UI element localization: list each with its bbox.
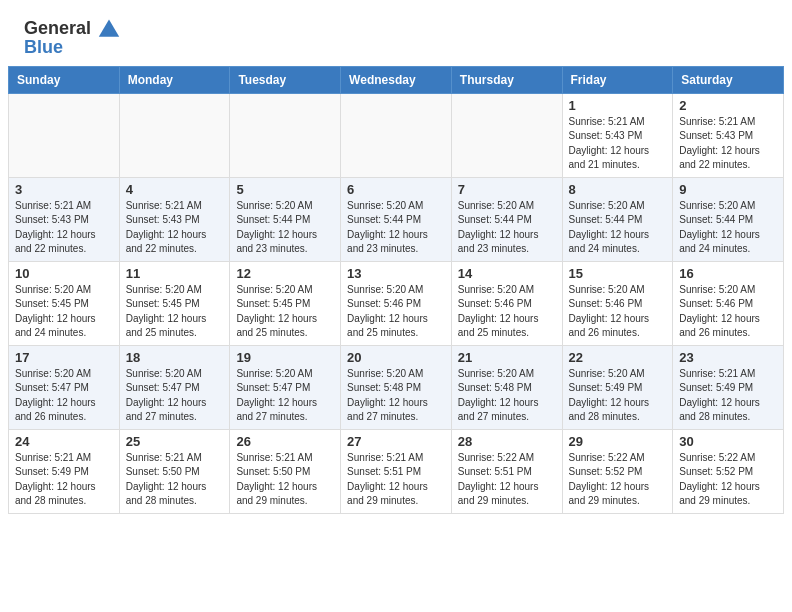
logo-general: General <box>24 18 91 38</box>
day-number: 11 <box>126 266 224 281</box>
calendar-cell: 23Sunrise: 5:21 AM Sunset: 5:49 PM Dayli… <box>673 345 784 429</box>
calendar-cell: 26Sunrise: 5:21 AM Sunset: 5:50 PM Dayli… <box>230 429 341 513</box>
day-info: Sunrise: 5:20 AM Sunset: 5:45 PM Dayligh… <box>126 283 224 341</box>
day-info: Sunrise: 5:21 AM Sunset: 5:43 PM Dayligh… <box>569 115 667 173</box>
day-info: Sunrise: 5:21 AM Sunset: 5:50 PM Dayligh… <box>126 451 224 509</box>
day-number: 6 <box>347 182 445 197</box>
calendar-cell: 1Sunrise: 5:21 AM Sunset: 5:43 PM Daylig… <box>562 93 673 177</box>
day-number: 13 <box>347 266 445 281</box>
calendar-header-monday: Monday <box>119 66 230 93</box>
calendar-cell: 22Sunrise: 5:20 AM Sunset: 5:49 PM Dayli… <box>562 345 673 429</box>
calendar-cell: 27Sunrise: 5:21 AM Sunset: 5:51 PM Dayli… <box>341 429 452 513</box>
calendar-week-1: 3Sunrise: 5:21 AM Sunset: 5:43 PM Daylig… <box>9 177 784 261</box>
calendar-cell: 11Sunrise: 5:20 AM Sunset: 5:45 PM Dayli… <box>119 261 230 345</box>
day-number: 30 <box>679 434 777 449</box>
day-number: 9 <box>679 182 777 197</box>
day-info: Sunrise: 5:20 AM Sunset: 5:49 PM Dayligh… <box>569 367 667 425</box>
day-info: Sunrise: 5:22 AM Sunset: 5:52 PM Dayligh… <box>679 451 777 509</box>
calendar-cell: 17Sunrise: 5:20 AM Sunset: 5:47 PM Dayli… <box>9 345 120 429</box>
day-info: Sunrise: 5:21 AM Sunset: 5:51 PM Dayligh… <box>347 451 445 509</box>
calendar-week-4: 24Sunrise: 5:21 AM Sunset: 5:49 PM Dayli… <box>9 429 784 513</box>
day-info: Sunrise: 5:20 AM Sunset: 5:47 PM Dayligh… <box>236 367 334 425</box>
day-info: Sunrise: 5:20 AM Sunset: 5:44 PM Dayligh… <box>236 199 334 257</box>
day-number: 21 <box>458 350 556 365</box>
calendar-cell: 9Sunrise: 5:20 AM Sunset: 5:44 PM Daylig… <box>673 177 784 261</box>
calendar-cell: 4Sunrise: 5:21 AM Sunset: 5:43 PM Daylig… <box>119 177 230 261</box>
calendar-cell: 5Sunrise: 5:20 AM Sunset: 5:44 PM Daylig… <box>230 177 341 261</box>
page: General Blue SundayMondayTuesdayWednesda… <box>0 0 792 612</box>
day-number: 16 <box>679 266 777 281</box>
day-number: 20 <box>347 350 445 365</box>
day-info: Sunrise: 5:21 AM Sunset: 5:43 PM Dayligh… <box>126 199 224 257</box>
day-number: 2 <box>679 98 777 113</box>
day-number: 23 <box>679 350 777 365</box>
calendar-cell: 6Sunrise: 5:20 AM Sunset: 5:44 PM Daylig… <box>341 177 452 261</box>
calendar-cell: 8Sunrise: 5:20 AM Sunset: 5:44 PM Daylig… <box>562 177 673 261</box>
day-info: Sunrise: 5:20 AM Sunset: 5:47 PM Dayligh… <box>15 367 113 425</box>
day-number: 1 <box>569 98 667 113</box>
calendar-cell: 10Sunrise: 5:20 AM Sunset: 5:45 PM Dayli… <box>9 261 120 345</box>
day-info: Sunrise: 5:21 AM Sunset: 5:49 PM Dayligh… <box>679 367 777 425</box>
day-number: 25 <box>126 434 224 449</box>
calendar-cell: 30Sunrise: 5:22 AM Sunset: 5:52 PM Dayli… <box>673 429 784 513</box>
day-info: Sunrise: 5:20 AM Sunset: 5:45 PM Dayligh… <box>236 283 334 341</box>
day-info: Sunrise: 5:20 AM Sunset: 5:44 PM Dayligh… <box>347 199 445 257</box>
calendar-cell: 7Sunrise: 5:20 AM Sunset: 5:44 PM Daylig… <box>451 177 562 261</box>
day-info: Sunrise: 5:20 AM Sunset: 5:44 PM Dayligh… <box>458 199 556 257</box>
calendar-cell: 21Sunrise: 5:20 AM Sunset: 5:48 PM Dayli… <box>451 345 562 429</box>
day-info: Sunrise: 5:22 AM Sunset: 5:52 PM Dayligh… <box>569 451 667 509</box>
day-info: Sunrise: 5:21 AM Sunset: 5:43 PM Dayligh… <box>679 115 777 173</box>
day-info: Sunrise: 5:21 AM Sunset: 5:50 PM Dayligh… <box>236 451 334 509</box>
calendar-wrapper: SundayMondayTuesdayWednesdayThursdayFrid… <box>0 66 792 522</box>
calendar-body: 1Sunrise: 5:21 AM Sunset: 5:43 PM Daylig… <box>9 93 784 513</box>
calendar-header-row: SundayMondayTuesdayWednesdayThursdayFrid… <box>9 66 784 93</box>
calendar-table: SundayMondayTuesdayWednesdayThursdayFrid… <box>8 66 784 514</box>
calendar-cell: 14Sunrise: 5:20 AM Sunset: 5:46 PM Dayli… <box>451 261 562 345</box>
calendar-header-tuesday: Tuesday <box>230 66 341 93</box>
header: General Blue <box>0 0 792 66</box>
day-number: 12 <box>236 266 334 281</box>
day-info: Sunrise: 5:20 AM Sunset: 5:46 PM Dayligh… <box>569 283 667 341</box>
day-info: Sunrise: 5:21 AM Sunset: 5:43 PM Dayligh… <box>15 199 113 257</box>
calendar-week-3: 17Sunrise: 5:20 AM Sunset: 5:47 PM Dayli… <box>9 345 784 429</box>
calendar-week-0: 1Sunrise: 5:21 AM Sunset: 5:43 PM Daylig… <box>9 93 784 177</box>
calendar-header-thursday: Thursday <box>451 66 562 93</box>
day-number: 5 <box>236 182 334 197</box>
calendar-cell: 20Sunrise: 5:20 AM Sunset: 5:48 PM Dayli… <box>341 345 452 429</box>
day-info: Sunrise: 5:21 AM Sunset: 5:49 PM Dayligh… <box>15 451 113 509</box>
day-info: Sunrise: 5:20 AM Sunset: 5:48 PM Dayligh… <box>347 367 445 425</box>
calendar-cell: 13Sunrise: 5:20 AM Sunset: 5:46 PM Dayli… <box>341 261 452 345</box>
calendar-cell: 2Sunrise: 5:21 AM Sunset: 5:43 PM Daylig… <box>673 93 784 177</box>
calendar-cell: 16Sunrise: 5:20 AM Sunset: 5:46 PM Dayli… <box>673 261 784 345</box>
calendar-cell <box>119 93 230 177</box>
logo: General Blue <box>24 18 120 58</box>
svg-marker-0 <box>99 20 119 37</box>
day-info: Sunrise: 5:20 AM Sunset: 5:44 PM Dayligh… <box>679 199 777 257</box>
day-number: 15 <box>569 266 667 281</box>
calendar-cell <box>230 93 341 177</box>
day-number: 4 <box>126 182 224 197</box>
day-number: 18 <box>126 350 224 365</box>
day-info: Sunrise: 5:20 AM Sunset: 5:47 PM Dayligh… <box>126 367 224 425</box>
day-number: 22 <box>569 350 667 365</box>
calendar-cell: 29Sunrise: 5:22 AM Sunset: 5:52 PM Dayli… <box>562 429 673 513</box>
calendar-cell: 25Sunrise: 5:21 AM Sunset: 5:50 PM Dayli… <box>119 429 230 513</box>
day-number: 19 <box>236 350 334 365</box>
calendar-cell: 18Sunrise: 5:20 AM Sunset: 5:47 PM Dayli… <box>119 345 230 429</box>
logo-triangle-icon <box>98 18 120 40</box>
logo-blue: Blue <box>24 38 63 58</box>
calendar-week-2: 10Sunrise: 5:20 AM Sunset: 5:45 PM Dayli… <box>9 261 784 345</box>
calendar-header-sunday: Sunday <box>9 66 120 93</box>
calendar-cell: 3Sunrise: 5:21 AM Sunset: 5:43 PM Daylig… <box>9 177 120 261</box>
day-info: Sunrise: 5:20 AM Sunset: 5:44 PM Dayligh… <box>569 199 667 257</box>
day-number: 8 <box>569 182 667 197</box>
day-info: Sunrise: 5:20 AM Sunset: 5:46 PM Dayligh… <box>458 283 556 341</box>
calendar-cell: 28Sunrise: 5:22 AM Sunset: 5:51 PM Dayli… <box>451 429 562 513</box>
day-number: 24 <box>15 434 113 449</box>
day-number: 29 <box>569 434 667 449</box>
day-number: 17 <box>15 350 113 365</box>
day-number: 28 <box>458 434 556 449</box>
day-info: Sunrise: 5:22 AM Sunset: 5:51 PM Dayligh… <box>458 451 556 509</box>
calendar-cell: 24Sunrise: 5:21 AM Sunset: 5:49 PM Dayli… <box>9 429 120 513</box>
day-number: 7 <box>458 182 556 197</box>
